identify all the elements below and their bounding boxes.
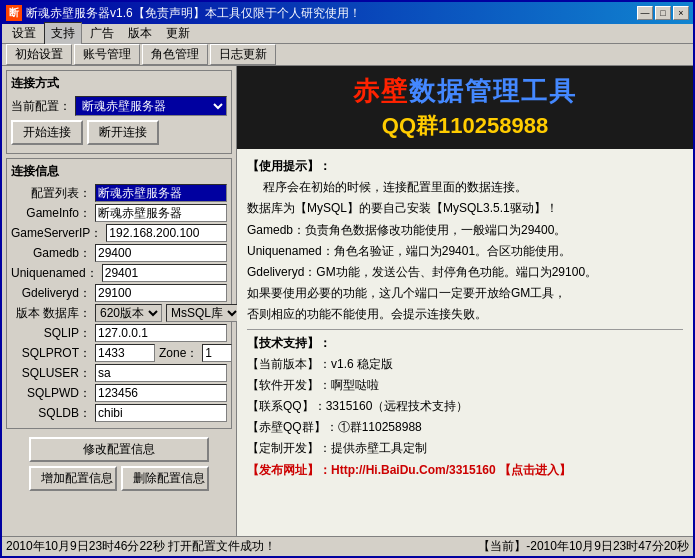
tab-role-management[interactable]: 角色管理: [142, 44, 208, 65]
sqlport-label: SQLPROT：: [11, 345, 91, 362]
status-right: 【当前】-2010年10月9日23时47分20秒: [478, 538, 689, 555]
version-select[interactable]: 620版本: [95, 304, 162, 322]
modify-config-button[interactable]: 修改配置信息: [29, 437, 209, 462]
menu-settings[interactable]: 设置: [6, 23, 42, 44]
start-connect-button[interactable]: 开始连接: [11, 120, 83, 145]
uniquenamed-row: Uniquenamed： 29401: [11, 264, 227, 282]
sqlport-row: SQLPROT： 1433 Zone：: [11, 344, 227, 362]
gamedb-label: Gamedb：: [11, 245, 91, 262]
connection-section-title: 连接方式: [11, 75, 227, 92]
config-select[interactable]: 断魂赤壁服务器: [75, 96, 227, 116]
delete-config-button[interactable]: 删除配置信息: [121, 466, 209, 491]
app-icon: 断: [6, 5, 22, 21]
modify-btn-row: 修改配置信息: [6, 437, 232, 462]
titlebar: 断 断魂赤壁服务器v1.6【免责声明】本工具仅限于个人研究使用！ — □ ×: [2, 2, 693, 24]
version-db-group: 620版本 MsSQL库: [95, 304, 241, 322]
left-panel: 连接方式 当前配置： 断魂赤壁服务器 开始连接 断开连接 连接信息 配置列表：: [2, 66, 237, 536]
connection-info-title: 连接信息: [11, 163, 227, 180]
current-config-label: 当前配置：: [11, 98, 71, 115]
sqlpwd-row: SQLPWD： 123456: [11, 384, 227, 402]
usage-line-5: 如果要使用必要的功能，这几个端口一定要开放给GM工具，: [247, 284, 683, 303]
close-button[interactable]: ×: [673, 6, 689, 20]
right-title: 赤壁数据管理工具: [353, 74, 577, 109]
connection-section: 连接方式 当前配置： 断魂赤壁服务器 开始连接 断开连接: [6, 70, 232, 154]
tech-line-1: 【软件开发】：啊型哒啦: [247, 376, 683, 395]
menu-version[interactable]: 版本: [122, 23, 158, 44]
menubar: 设置 支持 广告 版本 更新: [2, 24, 693, 44]
gameinfo-row: GameInfo： 断魂赤壁服务器: [11, 204, 227, 222]
titlebar-title-area: 断 断魂赤壁服务器v1.6【免责声明】本工具仅限于个人研究使用！: [6, 5, 361, 22]
usage-line-4: Gdeliveryd：GM功能，发送公告、封停角色功能。端口为29100。: [247, 263, 683, 282]
uniquenamed-label: Uniquenamed：: [11, 265, 98, 282]
uniquenamed-value: 29401: [102, 264, 227, 282]
tech-line-4: 【定制开发】：提供赤壁工具定制: [247, 439, 683, 458]
right-title-part2: 数据管理工具: [409, 76, 577, 106]
statusbar: 2010年10月9日23时46分22秒 打开配置文件成功！ 【当前】-2010年…: [2, 536, 693, 556]
usage-line-0: 程序会在初始的时候，连接配置里面的数据连接。: [263, 178, 683, 197]
right-panel: 赤壁数据管理工具 QQ群110258988 【使用提示】： 程序会在初始的时候，…: [237, 66, 693, 536]
config-list-label: 配置列表：: [11, 185, 91, 202]
gameinfo-label: GameInfo：: [11, 205, 91, 222]
zone-input[interactable]: [202, 344, 232, 362]
status-left: 2010年10月9日23时46分22秒 打开配置文件成功！: [6, 538, 276, 555]
bottom-buttons: 修改配置信息 增加配置信息 删除配置信息: [6, 437, 232, 491]
sqluser-row: SQLUSER： sa: [11, 364, 227, 382]
sqlpwd-value: 123456: [95, 384, 227, 402]
tech-line-5-text: 【发布网址】：Http://Hi.BaiDu.Com/3315160 【点击进入…: [247, 463, 571, 477]
db-type-select[interactable]: MsSQL库: [166, 304, 241, 322]
sqldb-row: SQLDB： chibi: [11, 404, 227, 422]
zone-label: Zone：: [159, 345, 198, 362]
divider: [247, 329, 683, 330]
gdeliveryd-label: Gdeliveryd：: [11, 285, 91, 302]
right-title-part1: 赤壁: [353, 76, 409, 106]
gameserverip-value: 192.168.200.100: [106, 224, 227, 242]
gameserverip-label: GameServerIP：: [11, 225, 102, 242]
tab-initial-setup[interactable]: 初始设置: [6, 44, 72, 65]
gameinfo-value: 断魂赤壁服务器: [95, 204, 227, 222]
window-title: 断魂赤壁服务器v1.6【免责声明】本工具仅限于个人研究使用！: [26, 5, 361, 22]
sqlpwd-label: SQLPWD：: [11, 385, 91, 402]
tab-account-management[interactable]: 账号管理: [74, 44, 140, 65]
current-config-row: 当前配置： 断魂赤壁服务器: [11, 96, 227, 116]
usage-line-6: 否则相应的功能不能使用。会提示连接失败。: [247, 305, 683, 324]
sqluser-value: sa: [95, 364, 227, 382]
sqldb-value: chibi: [95, 404, 227, 422]
tab-log-update[interactable]: 日志更新: [210, 44, 276, 65]
gameserverip-row: GameServerIP： 192.168.200.100: [11, 224, 227, 242]
tech-line-3: 【赤壁QQ群】：①群110258988: [247, 418, 683, 437]
add-config-button[interactable]: 增加配置信息: [29, 466, 117, 491]
disconnect-button[interactable]: 断开连接: [87, 120, 159, 145]
right-content-area: 【使用提示】： 程序会在初始的时候，连接配置里面的数据连接。 数据库为【MySQ…: [237, 149, 693, 536]
tech-line-5[interactable]: 【发布网址】：Http://Hi.BaiDu.Com/3315160 【点击进入…: [247, 461, 683, 480]
version-db-row: 版本 数据库： 620版本 MsSQL库: [11, 304, 227, 322]
menu-ad[interactable]: 广告: [84, 23, 120, 44]
gamedb-value: 29400: [95, 244, 227, 262]
usage-title: 【使用提示】：: [247, 157, 683, 176]
gamedb-row: Gamedb： 29400: [11, 244, 227, 262]
qq-group: QQ群110258988: [382, 111, 548, 141]
gdeliveryd-row: Gdeliveryd： 29100: [11, 284, 227, 302]
maximize-button[interactable]: □: [655, 6, 671, 20]
menu-support[interactable]: 支持: [44, 22, 82, 45]
tech-title: 【技术支持】：: [247, 334, 683, 353]
sqldb-label: SQLDB：: [11, 405, 91, 422]
config-list-value: 断魂赤壁服务器: [95, 184, 227, 202]
toolbar: 初始设置 账号管理 角色管理 日志更新: [2, 44, 693, 66]
connection-info-section: 连接信息 配置列表： 断魂赤壁服务器 GameInfo： 断魂赤壁服务器 Gam…: [6, 158, 232, 429]
usage-line-1: 数据库为【MySQL】的要自己安装【MySQL3.5.1驱动】！: [247, 199, 683, 218]
tech-line-0: 【当前版本】：v1.6 稳定版: [247, 355, 683, 374]
sqlip-label: SQLIP：: [11, 325, 91, 342]
add-delete-btn-row: 增加配置信息 删除配置信息: [6, 466, 232, 491]
main-content: 连接方式 当前配置： 断魂赤壁服务器 开始连接 断开连接 连接信息 配置列表：: [2, 66, 693, 536]
sqlip-value: 127.0.0.1: [95, 324, 227, 342]
sqlip-row: SQLIP： 127.0.0.1: [11, 324, 227, 342]
gdeliveryd-value: 29100: [95, 284, 227, 302]
minimize-button[interactable]: —: [637, 6, 653, 20]
version-label: 版本 数据库：: [11, 305, 91, 322]
usage-line-3: Uniquenamed：角色名验证，端口为29401。合区功能使用。: [247, 242, 683, 261]
main-window: 断 断魂赤壁服务器v1.6【免责声明】本工具仅限于个人研究使用！ — □ × 设…: [0, 0, 695, 558]
tech-line-2: 【联系QQ】：3315160（远程技术支持）: [247, 397, 683, 416]
sqluser-label: SQLUSER：: [11, 365, 91, 382]
right-header: 赤壁数据管理工具 QQ群110258988: [237, 66, 693, 149]
menu-update[interactable]: 更新: [160, 23, 196, 44]
